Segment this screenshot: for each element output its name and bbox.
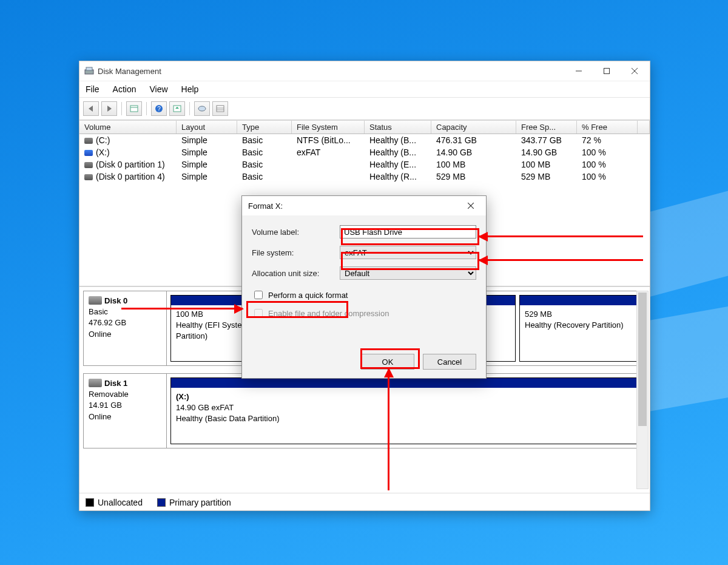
volume-row[interactable]: (C:) Simple Basic NTFS (BitLo... Healthy… bbox=[79, 134, 650, 146]
allocation-unit-select[interactable]: Default bbox=[340, 266, 476, 280]
cancel-button[interactable]: Cancel bbox=[423, 354, 476, 370]
quick-format-checkbox[interactable] bbox=[254, 291, 263, 299]
vertical-scrollbar[interactable] bbox=[636, 291, 649, 489]
help-button[interactable]: ? bbox=[151, 101, 167, 116]
file-system-select[interactable]: exFAT bbox=[340, 246, 476, 259]
legend-swatch-primary bbox=[157, 498, 166, 507]
app-icon bbox=[84, 66, 94, 76]
list-view-button[interactable] bbox=[212, 101, 228, 116]
minimize-button[interactable] bbox=[565, 62, 593, 80]
menubar: File Action View Help bbox=[79, 81, 650, 98]
menu-help[interactable]: Help bbox=[179, 83, 201, 95]
file-system-label: File system: bbox=[252, 248, 340, 257]
dialog-titlebar: Format X: bbox=[242, 196, 486, 215]
volume-label-label: Volume label: bbox=[252, 228, 340, 237]
disk-label-panel[interactable]: Disk 0 Basic 476.92 GB Online bbox=[84, 291, 167, 365]
svg-rect-1 bbox=[86, 67, 92, 70]
volume-row[interactable]: (Disk 0 partition 4) Simple Basic Health… bbox=[79, 171, 650, 183]
close-button[interactable] bbox=[621, 62, 649, 80]
col-layout[interactable]: Layout bbox=[177, 121, 237, 134]
svg-text:?: ? bbox=[157, 106, 161, 112]
menu-file[interactable]: File bbox=[83, 83, 102, 95]
dialog-close-button[interactable] bbox=[457, 197, 485, 214]
listview-header: Volume Layout Type File System Status Ca… bbox=[79, 120, 650, 134]
col-freespace[interactable]: Free Sp... bbox=[516, 121, 577, 134]
window-title: Disk Management bbox=[98, 67, 161, 76]
ok-button[interactable]: OK bbox=[361, 354, 414, 370]
volume-row[interactable]: (X:) Simple Basic exFAT Healthy (B... 14… bbox=[79, 146, 650, 158]
drive-icon bbox=[84, 162, 93, 168]
col-status[interactable]: Status bbox=[365, 121, 431, 134]
svg-rect-3 bbox=[604, 69, 610, 74]
compression-row: Enable file and folder compression bbox=[252, 306, 476, 320]
partition[interactable]: 529 MB Healthy (Recovery Partition) bbox=[519, 295, 642, 362]
allocation-unit-label: Allocation unit size: bbox=[252, 269, 340, 278]
disk-label-panel[interactable]: Disk 1 Removable 14.91 GB Online bbox=[84, 374, 167, 448]
disk-icon bbox=[89, 379, 102, 387]
col-pctfree[interactable]: % Free bbox=[577, 121, 638, 134]
compression-checkbox bbox=[254, 309, 263, 317]
disk-icon bbox=[89, 296, 102, 305]
legend: Unallocated Primary partition bbox=[79, 493, 650, 510]
col-capacity[interactable]: Capacity bbox=[431, 121, 516, 134]
drive-icon bbox=[84, 138, 93, 144]
dialog-title: Format X: bbox=[248, 201, 457, 211]
svg-rect-12 bbox=[217, 106, 224, 112]
partition[interactable]: (X:) 14.90 GB exFAT Healthy (Basic Data … bbox=[170, 377, 642, 444]
compression-label: Enable file and folder compression bbox=[268, 309, 389, 318]
quick-format-label: Perform a quick format bbox=[268, 291, 348, 300]
forward-button[interactable] bbox=[101, 101, 117, 116]
back-button[interactable] bbox=[83, 101, 99, 116]
disk-view-button[interactable] bbox=[194, 101, 210, 116]
menu-view[interactable]: View bbox=[147, 83, 170, 95]
legend-swatch-unallocated bbox=[86, 498, 94, 507]
disk-row: Disk 1 Removable 14.91 GB Online (X:) 14… bbox=[83, 373, 646, 448]
col-type[interactable]: Type bbox=[237, 121, 292, 134]
toolbar: ? bbox=[79, 98, 650, 120]
titlebar: Disk Management bbox=[79, 61, 650, 81]
col-filesystem[interactable]: File System bbox=[292, 121, 365, 134]
maximize-button[interactable] bbox=[593, 62, 621, 80]
drive-icon bbox=[84, 174, 93, 180]
drive-icon bbox=[84, 150, 93, 156]
svg-point-11 bbox=[198, 106, 206, 111]
menu-action[interactable]: Action bbox=[110, 83, 139, 95]
quick-format-row[interactable]: Perform a quick format bbox=[252, 288, 476, 302]
volume-label-input[interactable] bbox=[340, 225, 476, 239]
format-dialog: Format X: Volume label: File system: exF… bbox=[241, 195, 487, 379]
refresh-button[interactable] bbox=[169, 101, 185, 116]
volume-row[interactable]: (Disk 0 partition 1) Simple Basic Health… bbox=[79, 158, 650, 171]
svg-rect-6 bbox=[130, 106, 138, 112]
properties-button[interactable] bbox=[126, 101, 142, 116]
col-volume[interactable]: Volume bbox=[79, 121, 177, 134]
